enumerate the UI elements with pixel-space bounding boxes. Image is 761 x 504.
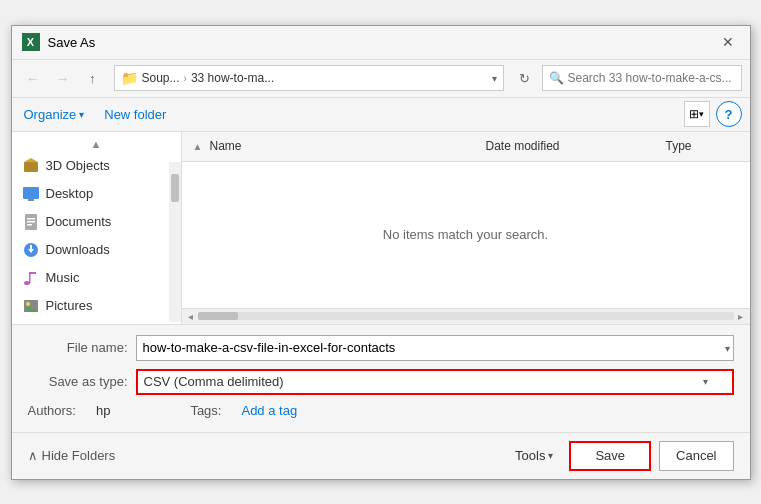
cancel-button[interactable]: Cancel bbox=[659, 441, 733, 471]
dialog-title: Save As bbox=[48, 35, 708, 50]
form-area: File name: ▾ Save as type: CSV (Comma de… bbox=[12, 324, 750, 432]
filename-input-wrap: ▾ bbox=[136, 335, 734, 361]
view-button[interactable]: ⊞ ▾ bbox=[684, 101, 710, 127]
hide-folders-chevron: ∧ bbox=[28, 448, 38, 463]
downloads-icon bbox=[22, 241, 40, 259]
up-button[interactable]: ↑ bbox=[80, 65, 106, 91]
hscroll-track[interactable] bbox=[198, 312, 734, 320]
svg-rect-6 bbox=[27, 221, 35, 223]
breadcrumb-folder-icon: 📁 bbox=[121, 70, 138, 86]
sidebar-scroll-up[interactable]: ▲ bbox=[12, 136, 181, 152]
sidebar-item-music[interactable]: Music bbox=[12, 264, 181, 292]
sidebar-label-music: Music bbox=[46, 270, 80, 285]
music-icon bbox=[22, 269, 40, 287]
col-header-date[interactable]: Date modified bbox=[482, 139, 662, 153]
sidebar-item-3d-objects[interactable]: 3D Objects bbox=[12, 152, 181, 180]
authors-label: Authors: bbox=[28, 403, 76, 418]
sidebar-label-3d-objects: 3D Objects bbox=[46, 158, 110, 173]
authors-value: hp bbox=[96, 403, 110, 418]
desktop-icon bbox=[22, 185, 40, 203]
sidebar-scroll-thumb bbox=[171, 174, 179, 202]
nav-bar: ← → ↑ 📁 Soup... › 33 how-to-ma... ▾ ↻ 🔍 bbox=[12, 60, 750, 98]
breadcrumb-separator: › bbox=[184, 73, 187, 84]
back-button[interactable]: ← bbox=[20, 65, 46, 91]
meta-row: Authors: hp Tags: Add a tag bbox=[28, 403, 734, 418]
filetype-label: Save as type: bbox=[28, 374, 128, 389]
empty-message: No items match your search. bbox=[383, 227, 548, 242]
organize-label: Organize bbox=[24, 107, 77, 122]
view-arrow: ▾ bbox=[699, 109, 704, 119]
breadcrumb-dropdown-arrow[interactable]: ▾ bbox=[492, 73, 497, 84]
hscroll-thumb[interactable] bbox=[198, 312, 238, 320]
organize-arrow: ▾ bbox=[79, 109, 84, 120]
breadcrumb-part2: 33 how-to-ma... bbox=[191, 71, 274, 85]
refresh-button[interactable]: ↻ bbox=[512, 65, 538, 91]
help-button[interactable]: ? bbox=[716, 101, 742, 127]
svg-marker-1 bbox=[24, 158, 38, 162]
svg-rect-10 bbox=[30, 245, 32, 250]
new-folder-label: New folder bbox=[104, 107, 166, 122]
help-icon: ? bbox=[725, 107, 733, 122]
3d-objects-icon bbox=[22, 157, 40, 175]
add-tag-link[interactable]: Add a tag bbox=[241, 403, 297, 418]
documents-icon bbox=[22, 213, 40, 231]
breadcrumb-part1: Soup... bbox=[142, 71, 180, 85]
new-folder-button[interactable]: New folder bbox=[100, 105, 170, 124]
organize-button[interactable]: Organize ▾ bbox=[20, 105, 89, 124]
hide-folders-label: Hide Folders bbox=[42, 448, 116, 463]
horizontal-scrollbar[interactable]: ◂ ▸ bbox=[182, 308, 750, 324]
tags-label: Tags: bbox=[190, 403, 221, 418]
sidebar-scrollbar[interactable] bbox=[169, 162, 181, 322]
save-as-dialog: X Save As ✕ ← → ↑ 📁 Soup... › 33 how-to-… bbox=[11, 25, 751, 480]
column-headers: ▲ Name Date modified Type bbox=[182, 132, 750, 162]
sidebar-label-documents: Documents bbox=[46, 214, 112, 229]
sidebar-item-downloads[interactable]: Downloads bbox=[12, 236, 181, 264]
search-icon: 🔍 bbox=[549, 71, 564, 85]
content-area: ▲ Name Date modified Type No items match… bbox=[182, 132, 750, 324]
sidebar-label-pictures: Pictures bbox=[46, 298, 93, 313]
view-icon: ⊞ bbox=[689, 107, 699, 121]
search-box[interactable]: 🔍 bbox=[542, 65, 742, 91]
filetype-select-wrap: CSV (Comma delimited) ▾ bbox=[136, 369, 734, 395]
toolbar-right: ⊞ ▾ ? bbox=[684, 101, 742, 127]
main-area: ▲ 3D Objects Desktop Documents bbox=[12, 132, 750, 324]
content-body: No items match your search. bbox=[182, 162, 750, 308]
sort-indicator: ▲ bbox=[190, 141, 206, 152]
svg-rect-7 bbox=[27, 224, 32, 226]
sidebar-item-documents[interactable]: Documents bbox=[12, 208, 181, 236]
tools-arrow: ▾ bbox=[548, 450, 553, 461]
hide-folders-button[interactable]: ∧ Hide Folders bbox=[28, 448, 116, 463]
filetype-select[interactable]: CSV (Comma delimited) ▾ bbox=[136, 369, 734, 395]
sidebar-item-desktop[interactable]: Desktop bbox=[12, 180, 181, 208]
close-button[interactable]: ✕ bbox=[716, 30, 740, 54]
tools-button[interactable]: Tools ▾ bbox=[515, 448, 553, 463]
filetype-row: Save as type: CSV (Comma delimited) ▾ bbox=[28, 369, 734, 395]
toolbar: Organize ▾ New folder ⊞ ▾ ? bbox=[12, 98, 750, 132]
title-bar: X Save As ✕ bbox=[12, 26, 750, 60]
svg-rect-3 bbox=[28, 199, 34, 201]
col-header-type[interactable]: Type bbox=[662, 139, 742, 153]
app-icon: X bbox=[22, 33, 40, 51]
search-input[interactable] bbox=[568, 71, 735, 85]
filename-input[interactable] bbox=[136, 335, 734, 361]
sidebar: ▲ 3D Objects Desktop Documents bbox=[12, 132, 182, 324]
svg-rect-13 bbox=[29, 272, 36, 274]
svg-point-15 bbox=[26, 302, 30, 306]
hscroll-left-arrow[interactable]: ◂ bbox=[184, 311, 198, 322]
svg-rect-5 bbox=[27, 218, 35, 220]
svg-rect-0 bbox=[24, 162, 38, 172]
filetype-value: CSV (Comma delimited) bbox=[144, 374, 284, 389]
sidebar-label-desktop: Desktop bbox=[46, 186, 94, 201]
pictures-icon bbox=[22, 297, 40, 315]
svg-rect-2 bbox=[23, 187, 39, 199]
filename-row: File name: ▾ bbox=[28, 335, 734, 361]
col-header-name[interactable]: Name bbox=[206, 139, 482, 153]
sidebar-item-pictures[interactable]: Pictures bbox=[12, 292, 181, 320]
forward-button[interactable]: → bbox=[50, 65, 76, 91]
save-button[interactable]: Save bbox=[569, 441, 651, 471]
hscroll-right-arrow[interactable]: ▸ bbox=[734, 311, 748, 322]
filetype-arrow: ▾ bbox=[703, 376, 708, 387]
breadcrumb[interactable]: 📁 Soup... › 33 how-to-ma... ▾ bbox=[114, 65, 504, 91]
sidebar-label-downloads: Downloads bbox=[46, 242, 110, 257]
filename-label: File name: bbox=[28, 340, 128, 355]
